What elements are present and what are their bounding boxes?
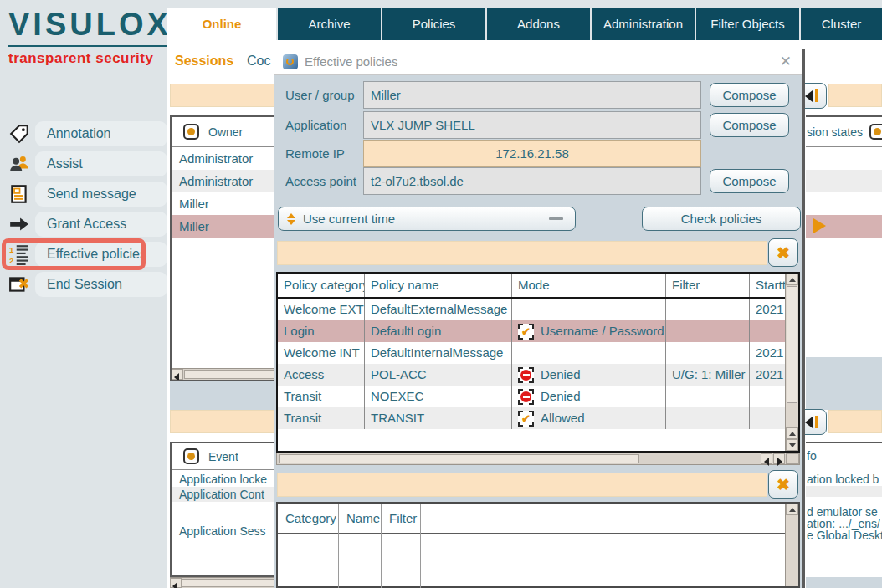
- tab-administration[interactable]: Administration: [592, 8, 695, 40]
- scroll-left-icon[interactable]: [172, 369, 183, 380]
- collapse-left-icon: [805, 90, 813, 102]
- sidebar-item-label: Assist: [47, 156, 83, 171]
- session-states-row[interactable]: [806, 147, 882, 170]
- dialog-titlebar[interactable]: Effective policies ✕: [274, 49, 802, 75]
- updown-arrows-icon: [287, 213, 295, 225]
- sidebar-item-label: Send message: [47, 187, 136, 201]
- policy-category: Transit: [278, 386, 365, 407]
- policy-name: POL-ACC: [365, 364, 512, 386]
- result-table-vscrollbar[interactable]: [785, 504, 798, 586]
- info-row-stripe: [806, 486, 882, 497]
- policy-filter: [666, 299, 750, 320]
- policy-mode: ✔ Allowed: [512, 407, 666, 429]
- scrollbar-thumb[interactable]: [787, 286, 797, 403]
- subtab-sessions[interactable]: Sessions: [175, 54, 233, 69]
- policy-category: Welcome EXT: [278, 299, 365, 320]
- result-filter-bar[interactable]: [277, 473, 767, 497]
- info-line[interactable]: ation locked b: [807, 473, 879, 486]
- column-header[interactable]: Policy name: [365, 274, 512, 297]
- session-states-table: sion states: [806, 115, 882, 357]
- policy-row-selected[interactable]: Login DefaultLogin ✔ Username / Password: [278, 320, 798, 342]
- policy-result-filter-bar[interactable]: [277, 241, 767, 265]
- panel-gap: [806, 357, 882, 410]
- session-states-row[interactable]: [806, 170, 882, 192]
- policy-filter: U/G: 1: Miller: [666, 364, 750, 386]
- subtab-cockpit[interactable]: Coc: [247, 54, 270, 69]
- policy-category: Transit: [278, 407, 365, 429]
- policy-mode: [512, 342, 666, 364]
- policy-table-hscrollbar[interactable]: [276, 453, 800, 465]
- send-message-icon: [8, 183, 30, 205]
- dialog-title: Effective policies: [305, 54, 397, 69]
- scroll-corner: [786, 453, 799, 464]
- policy-row[interactable]: Transit TRANSIT ✔ Allowed: [278, 407, 798, 429]
- tab-cluster[interactable]: Cluster: [801, 8, 882, 40]
- session-states-header[interactable]: sion states: [806, 117, 882, 147]
- policy-table: Policy category Policy name Mode Filter …: [276, 272, 800, 453]
- remote-ip-field[interactable]: 172.16.21.58: [363, 140, 701, 167]
- column-header[interactable]: Filter: [666, 274, 750, 297]
- header-divider: [806, 468, 882, 468]
- sidebar-item-send-message[interactable]: Send message: [35, 182, 167, 207]
- info-filter-bar[interactable]: [828, 410, 882, 433]
- effective-policies-dialog: Effective policies ✕ User / group Miller…: [274, 49, 805, 588]
- session-states-label: sion states: [807, 125, 863, 141]
- event-column-icon: [183, 448, 199, 464]
- time-selector-dropdown[interactable]: Use current time: [278, 207, 576, 231]
- access-point-field[interactable]: t2-ol7u2.tbsol.de: [363, 167, 701, 195]
- owner-column-label: Owner: [208, 125, 243, 141]
- application-field[interactable]: VLX JUMP SHELL: [363, 111, 701, 139]
- play-icon[interactable]: [813, 218, 826, 233]
- tab-addons[interactable]: Addons: [487, 8, 590, 40]
- policy-table-vscrollbar[interactable]: [785, 274, 798, 451]
- sidebar-item-end-session[interactable]: End Session: [35, 272, 167, 297]
- sidebar-item-grant-access[interactable]: Grant Access: [35, 212, 167, 237]
- policy-start: [750, 407, 785, 429]
- clear-filter-button[interactable]: ✖: [768, 470, 798, 499]
- scroll-left-icon[interactable]: [761, 453, 772, 464]
- scrollbar-thumb[interactable]: [279, 454, 639, 463]
- sidebar-item-annotation[interactable]: Annotation: [35, 121, 167, 146]
- scroll-up-icon[interactable]: [786, 274, 798, 285]
- compose-application-button[interactable]: Compose: [710, 113, 789, 137]
- owner-column-icon: [183, 124, 199, 140]
- column-header[interactable]: Starttime: [750, 274, 785, 297]
- info-line[interactable]: e Global Deskt: [807, 529, 882, 542]
- scroll-down-icon[interactable]: [786, 439, 798, 451]
- collapse-left-icon: [805, 417, 813, 428]
- scroll-left-icon[interactable]: [170, 578, 182, 588]
- tab-archive[interactable]: Archive: [278, 8, 381, 40]
- column-header[interactable]: Policy category: [278, 274, 365, 297]
- scroll-up-icon[interactable]: [786, 427, 798, 439]
- result-table-header: Category Name Filter: [278, 504, 798, 534]
- policy-row[interactable]: Transit NOEXEC Denied: [278, 386, 798, 407]
- policy-row[interactable]: Welcome EXT DefaultExternalMessage 2021: [278, 299, 798, 320]
- remote-ip-label: Remote IP: [285, 140, 345, 167]
- time-selector-label: Use current time: [303, 212, 395, 226]
- access-point-label: Access point: [285, 167, 356, 195]
- check-policies-button[interactable]: Check policies: [642, 207, 801, 231]
- event-column-label: Event: [208, 449, 238, 465]
- sidebar-item-assist[interactable]: Assist: [35, 151, 167, 176]
- policy-mode: ✔ Username / Password: [512, 320, 666, 342]
- brand-logo: VISULOX: [8, 7, 173, 47]
- policy-mode: Denied: [512, 364, 666, 386]
- column-header[interactable]: Mode: [512, 274, 666, 297]
- policy-row[interactable]: Welcome INT DefaultInternalMessage 2021: [278, 342, 798, 364]
- scroll-up-icon[interactable]: [786, 504, 798, 515]
- tab-policies[interactable]: Policies: [382, 8, 485, 40]
- scroll-right-icon[interactable]: [773, 453, 785, 464]
- clear-filter-button[interactable]: ✖: [768, 238, 798, 267]
- compose-access-point-button[interactable]: Compose: [710, 169, 789, 193]
- policy-row[interactable]: Access POL-ACC Denied U/G: 1: Miller 202…: [278, 364, 798, 386]
- mode-label: Denied: [541, 364, 581, 386]
- session-states-row[interactable]: [806, 192, 882, 215]
- mode-label: Allowed: [541, 407, 585, 429]
- compose-user-button[interactable]: Compose: [710, 83, 789, 107]
- session-states-row-selected[interactable]: [806, 215, 882, 238]
- dialog-close-icon[interactable]: ✕: [780, 53, 792, 70]
- tab-filter-objects[interactable]: Filter Objects: [696, 8, 799, 40]
- user-group-label: User / group: [285, 81, 355, 109]
- user-group-field[interactable]: Miller: [363, 81, 701, 109]
- session-states-filter-bar[interactable]: [828, 84, 882, 107]
